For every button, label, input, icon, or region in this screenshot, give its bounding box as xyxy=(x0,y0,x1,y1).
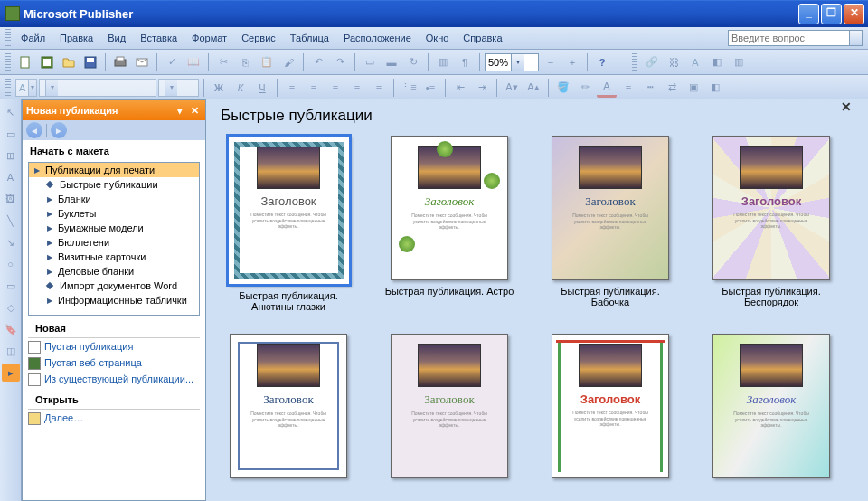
3d-button[interactable]: ◧ xyxy=(705,78,725,98)
line-style-button[interactable]: ≡ xyxy=(618,78,638,98)
taskpane-menu-button[interactable]: ▾ xyxy=(173,103,187,118)
gallery-close-button[interactable]: ✕ xyxy=(841,99,852,114)
link-blank-pub[interactable]: Пустая публикация xyxy=(23,338,205,354)
menu-help[interactable]: Справка xyxy=(456,30,509,46)
tree-item-newsletters[interactable]: ▶Бюллетени xyxy=(29,235,199,250)
minimize-button[interactable]: _ xyxy=(798,4,819,24)
menu-format[interactable]: Формат xyxy=(184,30,234,46)
paragraph-button[interactable]: ¶ xyxy=(455,52,475,72)
mail-button[interactable] xyxy=(132,52,152,72)
columns-button[interactable]: ▥ xyxy=(433,52,453,72)
tree-item-booklets[interactable]: ▶Буклеты xyxy=(29,206,199,221)
font-size-dec-button[interactable]: A▾ xyxy=(502,78,522,98)
dash-style-button[interactable]: ┅ xyxy=(640,78,660,98)
format-text-button[interactable]: A xyxy=(685,52,705,72)
template-card[interactable]: ЗаголовокПоместите текст сообщения. Чтоб… xyxy=(703,334,839,501)
menu-file[interactable]: Файл xyxy=(14,30,52,46)
italic-button[interactable]: К xyxy=(231,78,250,98)
design-gallery-tool[interactable]: ◫ xyxy=(2,342,20,360)
style-combo[interactable]: A▾ xyxy=(15,79,37,97)
template-card[interactable]: ЗаголовокПоместите текст сообщения. Чтоб… xyxy=(542,136,678,316)
numbering-button[interactable]: ⋮≡ xyxy=(399,78,419,98)
indent-dec-button[interactable]: ⇤ xyxy=(450,78,470,98)
pointer-tool[interactable]: ↖ xyxy=(2,103,20,121)
spell-button[interactable]: ✓ xyxy=(162,52,182,72)
menu-window[interactable]: Окно xyxy=(419,30,457,46)
tree-item-quick[interactable]: Быстрые публикации xyxy=(29,177,199,192)
bring-front-button[interactable]: ▭ xyxy=(360,52,380,72)
link-button[interactable]: 🔗 xyxy=(642,52,662,72)
justify-button[interactable]: ≡ xyxy=(347,78,367,98)
link-from-existing[interactable]: Из существующей публикации... xyxy=(23,371,205,387)
line-tool[interactable]: ╲ xyxy=(2,212,20,230)
unlink-button[interactable]: ⛓ xyxy=(664,52,684,72)
fill-format-button[interactable]: ◧ xyxy=(707,52,727,72)
menu-arrange[interactable]: Расположение xyxy=(336,30,419,46)
oval-tool[interactable]: ○ xyxy=(2,255,20,273)
print-button[interactable] xyxy=(110,52,130,72)
link-blank-web[interactable]: Пустая веб-страница xyxy=(23,354,205,371)
rotate-button[interactable]: ↻ xyxy=(403,52,423,72)
save-button[interactable] xyxy=(80,52,100,72)
menu-table[interactable]: Таблица xyxy=(283,30,336,46)
maximize-button[interactable]: ❐ xyxy=(821,4,842,24)
font-color-button[interactable]: A xyxy=(597,78,617,98)
template-card[interactable]: ЗаголовокПоместите текст сообщения. Чтоб… xyxy=(703,136,839,316)
send-back-button[interactable]: ▬ xyxy=(382,52,401,72)
align-left-button[interactable]: ≡ xyxy=(282,78,302,98)
paste-button[interactable]: 📋 xyxy=(257,52,277,72)
tree-item-info[interactable]: ▶Информационные таблички xyxy=(29,293,199,307)
bold-button[interactable]: Ж xyxy=(209,78,229,98)
bullets-button[interactable]: •≡ xyxy=(420,78,440,98)
font-size-inc-button[interactable]: A▴ xyxy=(524,78,543,98)
help-search-input[interactable] xyxy=(728,30,850,46)
align-right-button[interactable]: ≡ xyxy=(326,78,345,98)
template-card[interactable]: ЗаголовокПоместите текст сообщения. Чтоб… xyxy=(382,136,517,316)
link-more[interactable]: Далее… xyxy=(23,410,205,426)
tree-item-cards[interactable]: ▶Визитные карточки xyxy=(29,250,199,264)
tree-item-paper[interactable]: ▶Бумажные модели xyxy=(29,221,199,235)
arrow-style-button[interactable]: ⇄ xyxy=(662,78,682,98)
fill-color-button[interactable]: 🪣 xyxy=(553,78,573,98)
help-dropdown-button[interactable] xyxy=(850,30,863,46)
undo-button[interactable]: ↶ xyxy=(308,52,328,72)
underline-button[interactable]: Ч xyxy=(252,78,272,98)
table-tool[interactable]: ⊞ xyxy=(2,147,20,165)
menu-view[interactable]: Вид xyxy=(100,30,133,46)
wordart-tool[interactable]: A xyxy=(2,168,20,186)
template-card[interactable]: ЗаголовокПоместите текст сообщения. Чтоб… xyxy=(221,136,356,316)
picture-tool[interactable]: 🖼 xyxy=(2,190,20,208)
font-combo[interactable]: ▾ xyxy=(39,79,156,97)
menu-edit[interactable]: Правка xyxy=(52,30,100,46)
format-painter-button[interactable]: 🖌 xyxy=(278,52,298,72)
line-color-button[interactable]: ✏ xyxy=(575,78,595,98)
menu-service[interactable]: Сервис xyxy=(234,30,283,46)
bookmark-tool[interactable]: 🔖 xyxy=(2,320,20,338)
templates-button[interactable] xyxy=(37,52,57,72)
cut-button[interactable]: ✂ xyxy=(213,52,233,72)
template-card[interactable]: ЗаголовокПоместите текст сообщения. Чтоб… xyxy=(221,334,356,501)
tree-item-business[interactable]: ▶Деловые бланки xyxy=(29,264,199,279)
columns2-button[interactable]: ▥ xyxy=(729,52,749,72)
distribute-button[interactable]: ≡ xyxy=(369,78,389,98)
template-card[interactable]: ЗаголовокПоместите текст сообщения. Чтоб… xyxy=(382,334,517,501)
arrow-tool[interactable]: ↘ xyxy=(2,233,20,251)
close-button[interactable]: ✕ xyxy=(844,4,864,24)
tree-root-print[interactable]: ▶Публикации для печати xyxy=(29,163,199,177)
zoom-in-button[interactable]: + xyxy=(562,52,582,72)
align-center-button[interactable]: ≡ xyxy=(304,78,324,98)
copy-button[interactable]: ⎘ xyxy=(235,52,255,72)
taskpane-close-button[interactable]: ✕ xyxy=(187,103,202,118)
help-button[interactable]: ? xyxy=(592,52,612,72)
template-card[interactable]: ЗаголовокПоместите текст сообщения. Чтоб… xyxy=(542,334,678,501)
indent-inc-button[interactable]: ⇥ xyxy=(472,78,492,98)
shadow-button[interactable]: ▣ xyxy=(684,78,703,98)
research-button[interactable]: 📖 xyxy=(184,52,203,72)
shapes-tool[interactable]: ◇ xyxy=(2,298,20,317)
zoom-out-button[interactable]: − xyxy=(541,52,561,72)
open-button[interactable] xyxy=(59,52,79,72)
nav-forward-button[interactable]: ► xyxy=(51,122,67,138)
taskpane-toggle[interactable]: ▸ xyxy=(2,364,20,382)
tree-item-import[interactable]: Импорт документов Word xyxy=(29,279,199,293)
zoom-combo[interactable]: 50%▾ xyxy=(485,53,539,71)
